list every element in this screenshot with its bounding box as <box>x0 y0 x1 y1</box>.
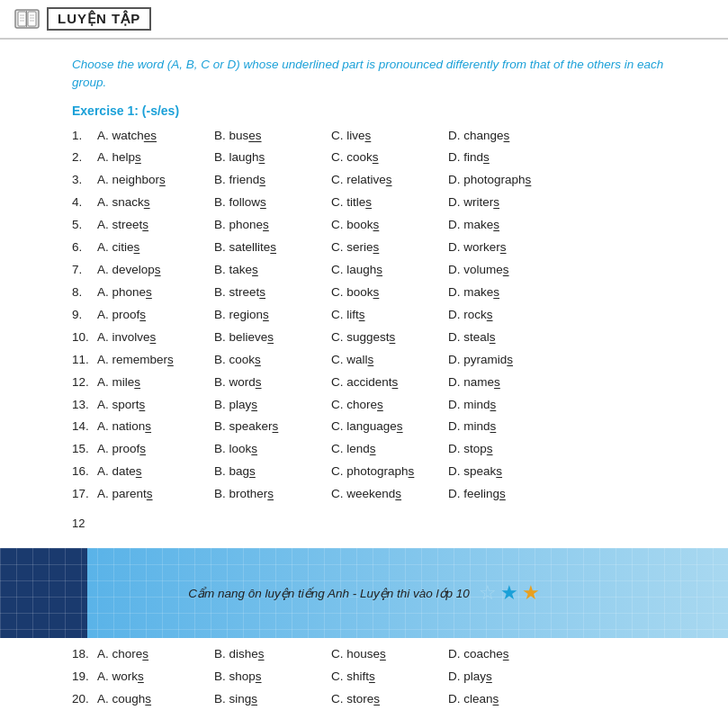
option-underline: s <box>504 129 510 142</box>
option-underline: s <box>136 464 142 478</box>
option-underline: s <box>377 398 383 411</box>
option-b: B. friends <box>214 171 331 190</box>
list-item: 10.A. involvesB. believesC. suggestsD. s… <box>72 328 692 347</box>
option-label: D. <box>448 129 463 142</box>
item-number: 17. <box>72 485 97 504</box>
option-b: B. speakers <box>214 418 331 436</box>
option-d: D. cleans <box>448 690 565 709</box>
option-underline: es <box>144 129 157 142</box>
option-underline: s <box>142 647 148 661</box>
option-b: B. follows <box>214 193 331 212</box>
option-underline: s <box>134 375 140 389</box>
option-word: language <box>346 419 397 433</box>
option-word: name <box>463 375 494 389</box>
option-label: D. <box>448 240 463 254</box>
option-word: mind <box>463 398 490 411</box>
svg-rect-2 <box>28 12 36 26</box>
list-item: 5.A. streetsB. phonesC. booksD. makes <box>72 216 692 235</box>
option-underline: s <box>359 308 365 321</box>
option-label: A. <box>97 285 112 299</box>
option-label: B. <box>214 263 229 276</box>
option-word: change <box>463 129 503 142</box>
option-c: C. books <box>331 216 448 235</box>
option-label: B. <box>214 670 229 683</box>
option-b: B. dishes <box>214 645 331 664</box>
option-word: region <box>229 308 264 321</box>
option-d: D. minds <box>448 418 565 436</box>
option-underline: s <box>135 150 141 164</box>
option-label: A. <box>97 218 112 231</box>
item-number: 4. <box>72 193 97 212</box>
options-group: A. datesB. bagsC. photographsD. speaks <box>97 463 692 481</box>
option-label: A. <box>97 308 112 321</box>
option-underline: s <box>150 330 157 344</box>
option-label: B. <box>214 464 229 478</box>
option-label: C. <box>331 647 346 661</box>
option-word: volume <box>463 263 503 276</box>
star-3: ★ <box>522 581 540 605</box>
option-label: B. <box>214 150 229 164</box>
options-group: A. milesB. wordsC. accidentsD. names <box>97 373 692 392</box>
option-b: B. looks <box>214 440 331 459</box>
option-word: laugh <box>346 263 376 276</box>
options-group: A. citiesB. satellitesC. seriesD. worker… <box>97 238 692 257</box>
option-a: A. sports <box>97 396 214 415</box>
option-underline: s <box>138 670 144 683</box>
option-underline: s <box>146 285 152 299</box>
option-underline: s <box>260 195 266 209</box>
page-number: 12 <box>72 517 692 530</box>
option-underline: s <box>373 240 380 254</box>
options-group: A. involvesB. believesC. suggestsD. stea… <box>97 328 692 347</box>
option-underline: s <box>373 218 380 231</box>
option-label: A. <box>97 263 112 276</box>
option-label: A. <box>97 375 112 389</box>
item-number: 16. <box>72 463 97 481</box>
option-underline: s <box>376 263 382 276</box>
item-number: 9. <box>72 306 97 325</box>
option-c: C. houses <box>331 645 448 664</box>
option-c: C. photographs <box>331 463 448 481</box>
option-word: mind <box>463 419 490 433</box>
item-number: 2. <box>72 148 97 167</box>
blue-banner: Cẩm nang ôn luyện tiếng Anh - Luyện thi … <box>0 548 728 638</box>
option-a: A. remembers <box>97 351 214 370</box>
option-d: D. photographs <box>448 171 565 190</box>
option-word: involve <box>112 330 150 344</box>
top-tab: LUYỆN TẬP <box>0 0 728 40</box>
option-word: photograph <box>346 464 408 478</box>
options-group: A. neighborsB. friendsC. relativesD. pho… <box>97 171 692 190</box>
option-word: snack <box>112 195 144 209</box>
option-label: A. <box>97 240 112 254</box>
option-a: A. develops <box>97 261 214 280</box>
option-a: A. works <box>97 668 214 687</box>
option-label: B. <box>214 398 229 411</box>
option-label: D. <box>448 308 463 321</box>
option-underline: s <box>486 670 492 683</box>
option-word: citie <box>112 240 134 254</box>
option-word: photograph <box>463 173 525 186</box>
option-underline: s <box>134 240 140 254</box>
option-label: C. <box>331 353 346 366</box>
list-item: 16.A. datesB. bagsC. photographsD. speak… <box>72 463 692 481</box>
item-number: 8. <box>72 283 97 302</box>
option-word: clean <box>463 692 492 706</box>
option-underline: s <box>499 487 506 500</box>
option-label: D. <box>448 263 463 276</box>
option-label: A. <box>97 442 112 455</box>
option-b: B. satellites <box>214 238 331 257</box>
option-c: C. lives <box>331 127 448 146</box>
option-a: A. coughs <box>97 690 214 709</box>
option-word: steal <box>463 330 490 344</box>
option-word: work <box>112 670 139 683</box>
option-label: C. <box>331 195 346 209</box>
options-group: A. developsB. takesC. laughsD. volumes <box>97 261 692 280</box>
option-c: C. cooks <box>331 148 448 167</box>
option-underline: s <box>256 375 262 389</box>
options-group: A. nationsB. speakersC. languagesD. mind… <box>97 418 692 436</box>
options-group: A. coughsB. singsC. storesD. cleans <box>97 690 692 709</box>
item-number: 10. <box>72 328 97 347</box>
options-group: A. proofsB. regionsC. liftsD. rocks <box>97 306 692 325</box>
item-number: 7. <box>72 261 97 280</box>
book-icon <box>14 9 40 29</box>
option-label: C. <box>331 442 346 455</box>
